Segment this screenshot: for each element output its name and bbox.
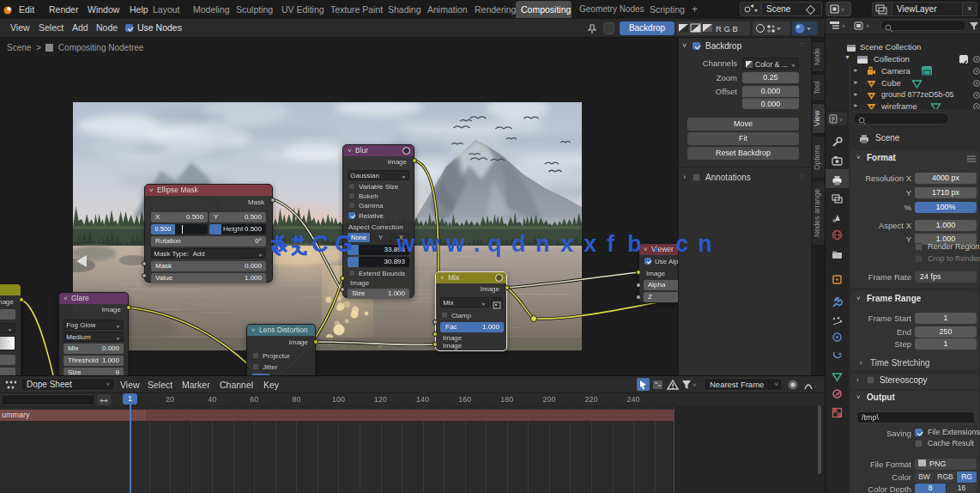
svg-text:˅: ˅ (693, 381, 697, 389)
svg-text:˅: ˅ (839, 117, 843, 123)
svg-text:·: · (814, 382, 817, 390)
svg-text:˅: ˅ (866, 23, 869, 29)
svg-text:˅: ˅ (841, 7, 844, 13)
svg-text:˅: ˅ (842, 23, 845, 29)
svg-text:R G B: R G B (716, 24, 738, 33)
